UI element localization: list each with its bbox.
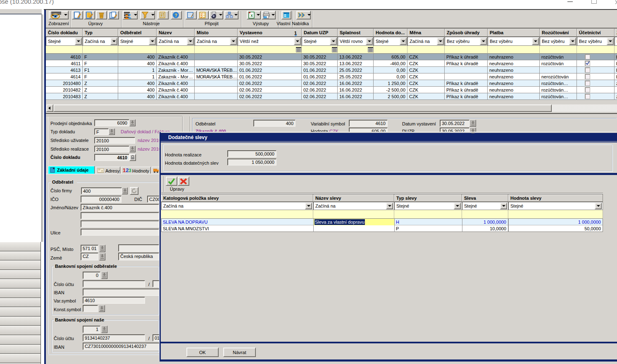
svg-text:?: ? bbox=[174, 13, 177, 18]
svg-text:1: 1 bbox=[294, 31, 297, 35]
svg-text:x: x bbox=[250, 13, 253, 18]
